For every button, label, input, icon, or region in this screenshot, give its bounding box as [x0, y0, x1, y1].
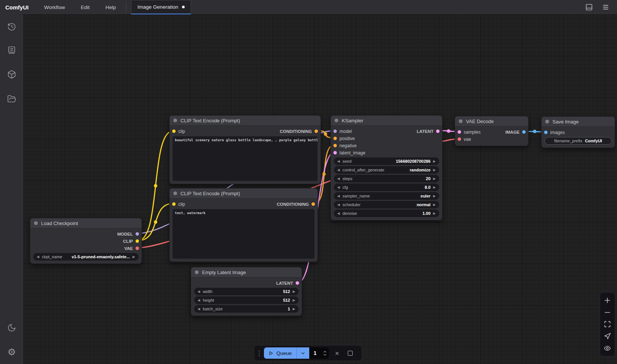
- node-header[interactable]: VAE Decode: [455, 116, 528, 126]
- widget-control-after-generate[interactable]: ◀ control_after_generate randomize ▶: [334, 166, 439, 174]
- decrement-arrow-icon[interactable]: ◀: [197, 290, 200, 293]
- widget-width[interactable]: ◀ width 512 ▶: [194, 288, 299, 295]
- history-icon[interactable]: [7, 22, 17, 32]
- batch-count-input[interactable]: 1: [309, 347, 329, 359]
- link-dot-cond-negative[interactable]: [322, 173, 326, 176]
- widget-batch-size[interactable]: ◀ batch_size 1 ▶: [194, 305, 299, 313]
- queue-options-caret[interactable]: [296, 347, 309, 359]
- increment-arrow-icon[interactable]: ▶: [133, 255, 135, 259]
- decrement-arrow-icon[interactable]: ◀: [337, 186, 340, 189]
- panel-bottom-icon[interactable]: [585, 3, 593, 11]
- node-library-icon[interactable]: [7, 69, 17, 79]
- decrement-arrow-icon[interactable]: ◀: [337, 168, 340, 172]
- output-pin-model[interactable]: [136, 232, 139, 236]
- output-pin-vae[interactable]: [136, 247, 139, 250]
- link-dot-latent-output[interactable]: [447, 130, 450, 133]
- increment-arrow-icon[interactable]: ▶: [433, 194, 436, 198]
- increment-arrow-icon[interactable]: ▶: [293, 290, 295, 293]
- queue-list-icon[interactable]: [7, 45, 17, 55]
- node-header[interactable]: Save Image: [541, 117, 615, 127]
- widget-cfg[interactable]: ◀ cfg 8.0 ▶: [334, 184, 439, 191]
- decrement-arrow-icon[interactable]: ◀: [337, 212, 340, 215]
- node-empty-latent-image[interactable]: Empty Latent Image LATENT ◀ width 512 ▶ …: [191, 267, 302, 316]
- theme-moon-icon[interactable]: [7, 323, 17, 333]
- widget-denoise[interactable]: ◀ denoise 1.00 ▶: [334, 210, 439, 217]
- node-load-checkpoint[interactable]: Load Checkpoint MODEL CLIP VAE ◀ ckpt_na…: [30, 218, 142, 264]
- increment-arrow-icon[interactable]: ▶: [433, 186, 436, 189]
- node-header[interactable]: KSampler: [331, 116, 442, 126]
- decrement-arrow-icon[interactable]: ◀: [337, 194, 340, 198]
- widget-sampler-name[interactable]: ◀ sampler_name euler ▶: [334, 192, 439, 200]
- increment-arrow-icon[interactable]: ▶: [293, 299, 295, 302]
- input-pin-samples[interactable]: [458, 130, 461, 134]
- increment-arrow-icon[interactable]: ▶: [433, 160, 436, 163]
- node-header[interactable]: Load Checkpoint: [30, 218, 142, 228]
- input-pin-clip[interactable]: [172, 202, 176, 206]
- hamburger-menu-icon[interactable]: [602, 3, 609, 11]
- zoom-out-button[interactable]: [603, 308, 612, 316]
- toolbar-drag-handle[interactable]: [258, 350, 261, 356]
- node-graph-canvas[interactable]: Load Checkpoint MODEL CLIP VAE ◀ ckpt_na…: [23, 14, 617, 364]
- widget-ckpt-name[interactable]: ◀ ckpt_name v1-5-pruned-emaonly.safete..…: [33, 253, 139, 261]
- output-pin-latent[interactable]: [296, 281, 299, 285]
- widget-height[interactable]: ◀ height 512 ▶: [194, 296, 299, 304]
- interrupt-button[interactable]: [346, 348, 355, 358]
- collapse-dot[interactable]: [545, 120, 549, 123]
- select-mode-button[interactable]: [603, 332, 612, 341]
- increment-arrow-icon[interactable]: ▶: [433, 177, 436, 180]
- increment-arrow-icon[interactable]: ▶: [433, 212, 436, 215]
- node-clip-text-encode-positive[interactable]: CLIP Text Encode (Prompt) clip CONDITION…: [169, 115, 321, 184]
- widget-seed[interactable]: ◀ seed 156680208700286 ▶: [334, 157, 439, 165]
- widget-filename-prefix[interactable]: filename_prefix ComfyUI: [545, 137, 612, 145]
- output-pin-conditioning[interactable]: [312, 202, 315, 206]
- input-pin-clip[interactable]: [172, 130, 176, 133]
- node-header[interactable]: CLIP Text Encode (Prompt): [170, 116, 321, 126]
- workflow-tab[interactable]: Image Generation: [131, 0, 191, 14]
- input-pin-images[interactable]: [544, 131, 548, 134]
- menu-edit[interactable]: Edit: [73, 0, 97, 14]
- node-ksampler[interactable]: KSampler model LATENT positive negative …: [330, 115, 443, 221]
- collapse-dot[interactable]: [173, 119, 177, 122]
- settings-gear-icon[interactable]: ⚙: [7, 347, 17, 357]
- output-pin-conditioning[interactable]: [315, 130, 318, 133]
- input-pin-latent-image[interactable]: [333, 151, 337, 154]
- collapse-dot[interactable]: [195, 270, 199, 274]
- input-pin-positive[interactable]: [333, 137, 337, 140]
- clear-queue-button[interactable]: ×: [332, 348, 342, 358]
- link-dot-cond-positive[interactable]: [324, 133, 327, 136]
- collapse-dot[interactable]: [335, 119, 338, 122]
- menu-help[interactable]: Help: [97, 0, 124, 14]
- increment-arrow-icon[interactable]: ▶: [433, 203, 436, 207]
- link-dot-clip-positive[interactable]: [154, 184, 157, 188]
- node-vae-decode[interactable]: VAE Decode samples IMAGE vae: [455, 116, 529, 146]
- output-pin-clip[interactable]: [136, 239, 139, 243]
- link-dot-image[interactable]: [533, 130, 537, 133]
- output-pin-image[interactable]: [522, 130, 526, 134]
- decrement-arrow-icon[interactable]: ◀: [197, 299, 200, 302]
- increment-arrow-icon[interactable]: ▶: [433, 168, 436, 172]
- spinner-up-icon[interactable]: [323, 351, 327, 353]
- workflows-folder-icon[interactable]: [7, 94, 17, 104]
- collapse-dot[interactable]: [459, 119, 463, 123]
- decrement-arrow-icon[interactable]: ◀: [337, 160, 340, 163]
- prompt-textarea[interactable]: text, watermark: [173, 209, 315, 259]
- menu-workflow[interactable]: Workflow: [36, 0, 73, 14]
- node-save-image[interactable]: Save Image images filename_prefix ComfyU…: [541, 116, 615, 148]
- queue-button[interactable]: Queue: [264, 347, 296, 359]
- collapse-dot[interactable]: [173, 191, 177, 195]
- collapse-dot[interactable]: [34, 221, 38, 225]
- input-pin-model[interactable]: [333, 130, 337, 133]
- decrement-arrow-icon[interactable]: ◀: [197, 307, 200, 311]
- decrement-arrow-icon[interactable]: ◀: [37, 255, 39, 259]
- fit-view-button[interactable]: [603, 320, 612, 329]
- node-header[interactable]: Empty Latent Image: [191, 267, 302, 278]
- prompt-textarea[interactable]: beautiful scenery nature glass bottle la…: [173, 136, 318, 181]
- zoom-in-button[interactable]: [603, 296, 612, 305]
- node-header[interactable]: CLIP Text Encode (Prompt): [170, 188, 318, 199]
- increment-arrow-icon[interactable]: ▶: [293, 307, 295, 311]
- input-pin-vae[interactable]: [458, 137, 461, 141]
- spinner-down-icon[interactable]: [323, 354, 327, 356]
- link-dot-clip-negative[interactable]: [154, 221, 157, 224]
- output-pin-latent[interactable]: [436, 130, 440, 133]
- node-clip-text-encode-negative[interactable]: CLIP Text Encode (Prompt) clip CONDITION…: [169, 188, 318, 262]
